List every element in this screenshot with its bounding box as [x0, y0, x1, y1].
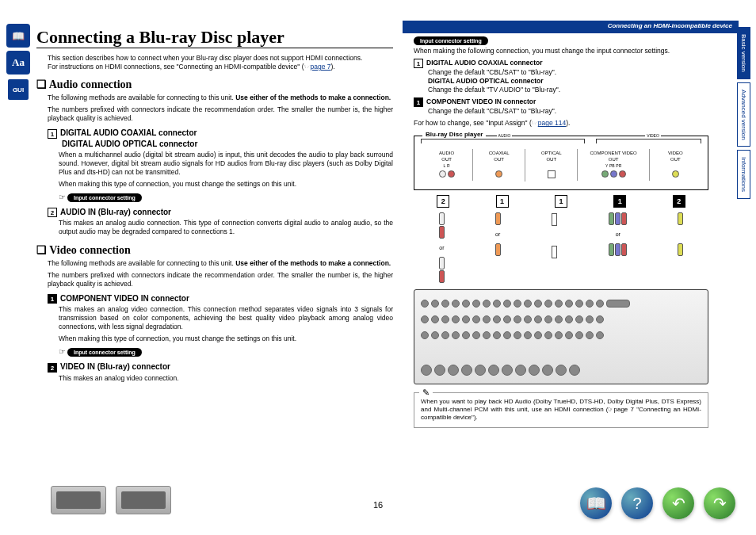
port-component-out: COMPONENT VIDEO OUT Y PB PR: [577, 149, 649, 180]
nav-next-button[interactable]: ↷: [704, 487, 735, 519]
nav-help-button[interactable]: ?: [621, 487, 653, 519]
group-audio: AUDIO: [497, 133, 513, 139]
nav-prev-button[interactable]: ↶: [662, 487, 694, 519]
link-page-7[interactable]: page 7: [311, 63, 331, 71]
group-video: VIDEO: [645, 133, 661, 139]
num-2-icon: 2: [48, 208, 57, 217]
cable-num-1b: 1: [555, 195, 567, 208]
video-p2: The numbers prefixed with connectors ind…: [48, 271, 393, 289]
right-howto: For how to change, see "Input Assign" (☞…: [414, 119, 720, 128]
hand-icon: ☞: [532, 119, 538, 127]
left-column: This section describes how to connect wh…: [36, 51, 393, 386]
cable-num-1: 1: [496, 195, 509, 208]
book-icon: 📖: [6, 24, 30, 48]
video-c1-desc2: When making this type of connection, you…: [59, 334, 393, 343]
right-i1: 1DIGITAL AUDIO COAXIAL connector Change …: [414, 59, 720, 94]
audio-c1-desc2: When making this type of connection, you…: [59, 180, 393, 189]
aa-icon: Aa: [6, 51, 30, 75]
link-page-114[interactable]: page 114: [538, 119, 566, 127]
port-optical-out: OPTICAL OUT: [525, 149, 577, 181]
port-audio-out: AUDIO OUT L R: [421, 149, 472, 180]
input-connector-pill: Input connector setting: [67, 193, 142, 202]
port-video-out: VIDEO OUT: [649, 149, 701, 180]
input-connector-pill: Input connector setting: [67, 348, 142, 357]
num-1-icon: 1: [414, 59, 423, 68]
tab-informations[interactable]: Informations: [737, 150, 750, 199]
header-strip: Connecting an HDMI-incompatible device: [403, 21, 739, 33]
audio-c2-heading: 2AUDIO IN (Blu-ray) connector: [48, 207, 393, 217]
cable-num-1-black: 1: [613, 195, 626, 208]
right-intro: When making the following connection, yo…: [414, 47, 720, 55]
audio-c1-heading: 1DIGITAL AUDIO COAXIAL connector DIGITAL…: [48, 128, 393, 148]
audio-p1: The following methods are available for …: [48, 94, 393, 102]
video-c2-desc: This makes an analog video connection.: [59, 374, 393, 383]
video-c2-heading: 2VIDEO IN (Blu-ray) connector: [48, 361, 393, 372]
title-rule: [36, 48, 393, 48]
audio-heading: ❏ Audio connection: [36, 78, 393, 92]
intro-text: This section describes how to connect wh…: [48, 54, 393, 71]
page-title: Connecting a Blu-ray Disc player: [36, 27, 284, 48]
left-icon-rail: 📖 Aa GUI: [6, 24, 32, 105]
video-c1-heading: 1COMPONENT VIDEO IN connector: [48, 293, 393, 304]
hand-icon: ☞: [59, 347, 66, 356]
audio-c1-pill-row: ☞Input connector setting: [59, 192, 393, 202]
side-tabs: Basic version Advanced version Informati…: [737, 27, 753, 202]
bluray-diagram: Blu-ray Disc player AUDIO VIDEO AUDIO OU…: [414, 136, 708, 189]
right-i2: 1COMPONENT VIDEO IN connector Change the…: [414, 97, 720, 116]
tab-advanced[interactable]: Advanced version: [737, 82, 750, 147]
cable-number-row: 2 1 1 1 2: [414, 195, 708, 208]
hand-icon: ☞: [304, 63, 311, 71]
tab-basic[interactable]: Basic version: [737, 27, 750, 79]
audio-p2: The numbers prefixed with connectors ind…: [48, 105, 393, 123]
video-c1-pill-row: ☞Input connector setting: [59, 346, 393, 357]
receiver-rear-panel: [414, 289, 708, 384]
video-heading: ❏ Video connection: [36, 243, 393, 258]
video-c1-desc: This makes an analog video connection. T…: [59, 305, 393, 331]
video-p1: The following methods are available for …: [48, 259, 393, 268]
nav-book-button[interactable]: 📖: [580, 487, 612, 519]
plug-row: or or or: [414, 212, 708, 283]
audio-c2-desc: This makes an analog audio connection. T…: [59, 219, 393, 236]
gui-icon: GUI: [6, 78, 30, 101]
num-1-black-icon: 1: [414, 97, 423, 107]
num-2-black-icon: 2: [48, 363, 57, 373]
footer: 16 📖 ? ↶ ↷: [0, 484, 756, 524]
pencil-icon: ✎: [419, 387, 433, 398]
input-connector-pill-header: Input connector setting: [414, 36, 488, 45]
hand-icon: ☞: [59, 193, 66, 201]
right-column: Input connector setting When making the …: [403, 36, 720, 428]
port-coaxial-out: COAXIAL OUT: [472, 149, 525, 180]
diagram-title: Blu-ray Disc player: [422, 131, 486, 139]
num-1-icon: 1: [48, 129, 57, 139]
audio-c1-desc: When a multichannel audio (digital bit s…: [59, 151, 393, 177]
cable-num-2: 2: [437, 195, 449, 208]
num-1-black-icon: 1: [48, 294, 57, 304]
note-box: ✎ When you want to play back HD Audio (D…: [414, 392, 708, 428]
cable-num-2-black: 2: [673, 195, 685, 208]
